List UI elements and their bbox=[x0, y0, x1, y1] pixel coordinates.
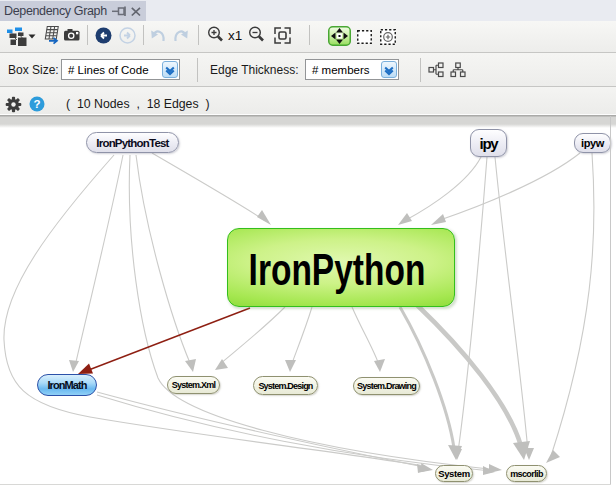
svg-text:?: ? bbox=[33, 98, 40, 110]
